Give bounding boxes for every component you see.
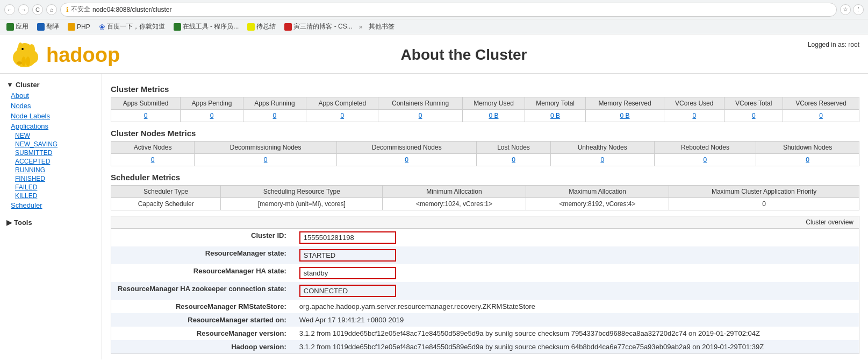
rm-ha-state-value: standby [293, 264, 859, 282]
arrow-down-icon: ▼ [6, 81, 13, 89]
val-shutdown-nodes[interactable]: 0 [756, 154, 859, 166]
sidebar-item-running[interactable]: RUNNING [4, 166, 97, 174]
bookmark-apps[interactable]: 应用 [4, 22, 31, 32]
col-decommissioned-nodes: Decommissioned Nodes [337, 142, 477, 154]
col-max-allocation: Maximum Allocation [526, 186, 669, 198]
col-apps-running: Apps Running [243, 97, 306, 110]
val-vcores-used[interactable]: 0 [664, 110, 724, 122]
val-max-priority: 0 [669, 198, 859, 210]
sidebar-item-accepted[interactable]: ACCEPTED [4, 157, 97, 166]
arrow-right-icon: ▶ [6, 218, 12, 227]
cluster-id-row: Cluster ID: 1555501281198 [111, 229, 859, 246]
rm-ha-state-row: ResourceManager HA state: standby [111, 264, 859, 282]
bookmark-baidu[interactable]: ❀ 百度一下，你就知道 [97, 22, 167, 32]
sidebar-cluster-title[interactable]: ▼ Cluster [4, 79, 97, 90]
browser-menu[interactable]: ⋮ [853, 4, 864, 15]
col-rebooted-nodes: Rebooted Nodes [654, 142, 756, 154]
content-wrapper: ▼ Cluster About Nodes Node Labels Applic… [0, 74, 868, 359]
cluster-id-value: 1555501281198 [293, 229, 859, 246]
val-decommissioning-nodes[interactable]: 0 [195, 154, 337, 166]
bookmark-blog[interactable]: 寅三清的博客 - CS... [282, 22, 354, 32]
home-button[interactable]: ⌂ [46, 4, 57, 15]
col-scheduling-resource-type: Scheduling Resource Type [221, 186, 383, 198]
val-active-nodes[interactable]: 0 [111, 154, 195, 166]
sidebar-item-nodes[interactable]: Nodes [4, 101, 97, 111]
col-max-priority: Maximum Cluster Application Priority [669, 186, 859, 198]
val-apps-completed[interactable]: 0 [306, 110, 378, 122]
col-memory-total: Memory Total [525, 97, 586, 110]
svg-point-6 [21, 57, 26, 66]
bookmark-pending[interactable]: 待总结 [245, 22, 278, 32]
sidebar-item-submitted[interactable]: SUBMITTED [4, 149, 97, 157]
val-memory-total[interactable]: 0 B [525, 110, 586, 122]
bookmark-online-tools[interactable]: 在线工具 - 程序员... [171, 22, 241, 32]
bookmark-translate-icon [37, 23, 45, 31]
val-containers-running[interactable]: 0 [378, 110, 462, 122]
node-metrics-table: Active Nodes Decommissioning Nodes Decom… [111, 141, 859, 166]
rm-version-value: 3.1.2 from 1019dde65bcf12e05ef48ac71e845… [293, 327, 859, 340]
sidebar-item-finished[interactable]: FINISHED [4, 174, 97, 183]
rm-version-row: ResourceManager version: 3.1.2 from 1019… [111, 327, 859, 340]
col-min-allocation: Minimum Allocation [383, 186, 526, 198]
back-button[interactable]: ← [4, 4, 15, 15]
val-unhealthy-nodes[interactable]: 0 [550, 154, 654, 166]
sidebar-item-node-labels[interactable]: Node Labels [4, 111, 97, 121]
pending-icon [247, 23, 255, 31]
bookmark-translate[interactable]: 翻译 [35, 22, 61, 32]
val-vcores-reserved[interactable]: 0 [783, 110, 859, 122]
rm-state-row: ResourceManager state: STARTED [111, 246, 859, 264]
online-tools-icon [174, 23, 181, 31]
val-lost-nodes[interactable]: 0 [477, 154, 550, 166]
cluster-id-label: Cluster ID: [111, 229, 293, 246]
val-apps-submitted[interactable]: 0 [111, 110, 181, 122]
sidebar-item-killed[interactable]: KILLED [4, 192, 97, 200]
val-decommissioned-nodes[interactable]: 0 [337, 154, 477, 166]
sidebar-tools-title[interactable]: ▶ Tools [4, 217, 97, 228]
url-text: node04:8088/cluster/cluster [92, 6, 171, 13]
rm-zk-state-row: ResourceManager HA zookeeper connection … [111, 282, 859, 300]
svg-point-9 [22, 48, 24, 50]
val-min-allocation: <memory:1024, vCores:1> [383, 198, 526, 210]
rm-rmstatestore-label: ResourceManager RMStateStore: [111, 300, 293, 313]
col-lost-nodes: Lost Nodes [477, 142, 550, 154]
svg-point-7 [26, 57, 30, 66]
rm-rmstatestore-value: org.apache.hadoop.yarn.server.resourcema… [293, 300, 859, 313]
sidebar-item-applications[interactable]: Applications [4, 121, 97, 131]
col-scheduler-type: Scheduler Type [111, 186, 221, 198]
rm-zk-state-value: CONNECTED [293, 282, 859, 300]
sidebar-cluster-section: ▼ Cluster About Nodes Node Labels Applic… [4, 79, 97, 210]
baidu-icon: ❀ [99, 23, 105, 31]
bookmark-other[interactable]: 其他书签 [367, 22, 397, 32]
rm-version-label: ResourceManager version: [111, 327, 293, 340]
val-scheduler-type: Capacity Scheduler [111, 198, 221, 210]
forward-button[interactable]: → [18, 4, 29, 15]
cluster-metrics-title: Cluster Metrics [111, 84, 859, 94]
rm-zk-state-label: ResourceManager HA zookeeper connection … [111, 282, 293, 300]
val-memory-reserved[interactable]: 0 B [586, 110, 664, 122]
hadoop-logo-text: hadoop [46, 44, 120, 67]
security-label: 不安全 [71, 5, 90, 14]
sidebar-item-failed[interactable]: FAILED [4, 183, 97, 192]
sidebar-item-scheduler[interactable]: Scheduler [4, 200, 97, 210]
bookmark-php[interactable]: PHP [66, 23, 92, 31]
hadoop-version-value: 3.1.2 from 1019dde65bcf12e05ef48ac71e845… [293, 340, 859, 354]
rm-started-value: Wed Apr 17 19:41:21 +0800 2019 [293, 313, 859, 327]
svg-point-8 [17, 61, 22, 65]
col-memory-reserved: Memory Reserved [586, 97, 664, 110]
col-vcores-total: VCores Total [724, 97, 783, 110]
val-max-allocation: <memory:8192, vCores:4> [526, 198, 669, 210]
val-memory-used[interactable]: 0 B [462, 110, 525, 122]
col-vcores-used: VCores Used [664, 97, 724, 110]
sidebar-item-about[interactable]: About [4, 90, 97, 101]
scheduler-metrics-table: Scheduler Type Scheduling Resource Type … [111, 185, 859, 210]
sidebar-item-new[interactable]: NEW [4, 131, 97, 140]
val-apps-pending[interactable]: 0 [181, 110, 243, 122]
val-vcores-total[interactable]: 0 [724, 110, 783, 122]
bookmark-star[interactable]: ☆ [840, 4, 851, 15]
val-rebooted-nodes[interactable]: 0 [654, 154, 756, 166]
sidebar-item-new-saving[interactable]: NEW_SAVING [4, 140, 97, 149]
rm-started-label: ResourceManager started on: [111, 313, 293, 327]
page-title: About the Cluster [120, 46, 808, 63]
refresh-button[interactable]: C [32, 4, 43, 15]
val-apps-running[interactable]: 0 [243, 110, 306, 122]
